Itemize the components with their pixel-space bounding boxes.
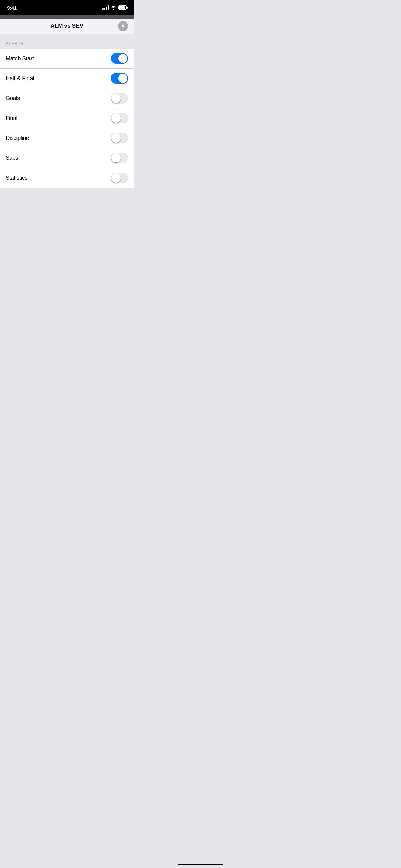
close-button[interactable]: ✕ (118, 21, 128, 31)
previous-screen-peek (0, 15, 134, 19)
toggle-knob-subs (111, 153, 121, 162)
status-time: 9:41 (7, 5, 17, 11)
nav-title: ALM vs SEV (50, 23, 83, 29)
toggle-knob-discipline (111, 133, 121, 143)
battery-icon (118, 5, 127, 10)
alert-row-subs[interactable]: Subs (0, 148, 134, 168)
alert-row-discipline[interactable]: Discipline (0, 128, 134, 148)
toggle-subs[interactable] (111, 153, 128, 163)
wifi-icon (111, 5, 116, 10)
toggle-knob-half-final (118, 74, 127, 83)
alert-label-half-final: Half & Final (5, 75, 34, 82)
alert-row-statistics[interactable]: Statistics (0, 168, 134, 188)
close-icon: ✕ (121, 24, 125, 28)
alert-row-goals[interactable]: Goals (0, 88, 134, 108)
status-bar: 9:41 (0, 0, 134, 15)
alert-label-match-start: Match Start (5, 55, 34, 62)
toggle-half-final[interactable] (111, 73, 128, 84)
alert-label-final: Final (5, 115, 17, 122)
alert-label-discipline: Discipline (5, 135, 29, 142)
empty-area (0, 188, 134, 394)
alert-row-final[interactable]: Final (0, 108, 134, 128)
signal-icon (102, 5, 109, 10)
alerts-list: Match StartHalf & FinalGoalsFinalDiscipl… (0, 49, 134, 188)
toggle-goals[interactable] (111, 93, 128, 104)
alerts-section-header: ALERTS (0, 34, 134, 49)
toggle-knob-statistics (111, 173, 121, 183)
alert-row-match-start[interactable]: Match Start (0, 49, 134, 69)
toggle-final[interactable] (111, 113, 128, 123)
toggle-knob-goals (111, 94, 121, 103)
alert-row-half-final[interactable]: Half & Final (0, 69, 134, 88)
toggle-knob-match-start (118, 54, 127, 63)
status-icons (102, 5, 127, 10)
toggle-statistics[interactable] (111, 173, 128, 183)
nav-bar: ALM vs SEV ✕ (0, 19, 134, 34)
toggle-match-start[interactable] (111, 53, 128, 64)
alert-label-statistics: Statistics (5, 174, 27, 181)
alert-label-subs: Subs (5, 155, 18, 161)
alert-label-goals: Goals (5, 95, 20, 102)
content-area: ALERTS Match StartHalf & FinalGoalsFinal… (0, 34, 134, 394)
toggle-discipline[interactable] (111, 133, 128, 143)
toggle-knob-final (111, 113, 121, 123)
